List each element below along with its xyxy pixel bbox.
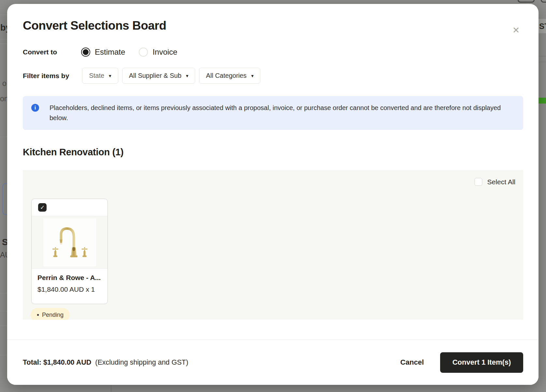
select-all-control[interactable]: Select All	[474, 178, 515, 186]
status-label: Pending	[42, 312, 64, 318]
bg-button-outline	[518, 0, 535, 3]
bg-row-divider	[0, 44, 7, 44]
total-summary: Total: $1,840.00 AUD (Excluding shipping…	[23, 358, 188, 367]
bg-row-divider	[0, 137, 7, 137]
radio-option-estimate[interactable]: Estimate	[81, 48, 125, 57]
bg-green-progress-bar	[539, 98, 546, 104]
item-product-image	[43, 218, 96, 266]
close-icon[interactable]: ✕	[510, 25, 522, 36]
categories-dropdown[interactable]: All Categories ▾	[199, 68, 260, 84]
info-banner: i Placeholders, declined items, or items…	[23, 96, 523, 130]
state-dropdown[interactable]: State ▾	[82, 68, 118, 84]
bg-column-divider	[111, 385, 111, 392]
status-badge: • Pending	[31, 308, 70, 320]
bg-row-divider	[0, 39, 7, 39]
chevron-down-icon: ▾	[109, 73, 111, 78]
item-image-area	[32, 216, 108, 269]
radio-unselected-icon	[139, 48, 148, 57]
info-banner-text: Placeholders, declined items, or items p…	[50, 103, 515, 123]
chevron-down-icon: ▾	[186, 73, 189, 78]
radio-label: Invoice	[152, 48, 177, 57]
bg-row-divider	[539, 56, 546, 56]
dropdown-value: All Supplier & Sub	[129, 72, 181, 79]
select-all-checkbox[interactable]	[474, 178, 482, 186]
item-card-header: ✓	[32, 199, 108, 216]
bg-row-divider	[0, 15, 7, 15]
bg-row-divider	[539, 62, 546, 62]
bg-row-divider	[0, 326, 7, 326]
items-panel: Select All ✓	[23, 170, 523, 320]
select-all-label: Select All	[487, 178, 515, 186]
bg-text-fragment: o	[2, 79, 7, 88]
item-price: $1,840.00 AUD x 1	[37, 286, 102, 293]
section-title: Kitchen Renovation (1)	[23, 147, 523, 158]
bg-table-header-cell: ST	[539, 19, 546, 33]
modal-title: Convert Selections Board	[23, 18, 523, 33]
dropdown-value: All Categories	[206, 72, 247, 79]
footer-actions: Cancel Convert 1 Item(s)	[400, 352, 523, 373]
chevron-down-icon: ▾	[251, 73, 254, 78]
filter-row: Filter items by State ▾ All Supplier & S…	[23, 68, 523, 84]
info-icon: i	[31, 104, 39, 112]
check-icon: ✓	[40, 204, 45, 211]
supplier-dropdown[interactable]: All Supplier & Sub ▾	[122, 68, 195, 84]
bg-row-divider	[0, 355, 7, 355]
convert-button[interactable]: Convert 1 Item(s)	[440, 352, 523, 373]
item-card[interactable]: ✓	[31, 199, 108, 304]
modal-footer: Total: $1,840.00 AUD (Excluding shipping…	[7, 340, 539, 385]
total-note: (Excluding shipping and GST)	[95, 358, 188, 366]
bg-row-divider	[0, 293, 7, 293]
item-checkbox-checked[interactable]: ✓	[38, 203, 47, 212]
item-card-text: Perrin & Rowe - A... $1,840.00 AUD x 1	[32, 269, 108, 293]
filter-label: Filter items by	[23, 72, 69, 80]
convert-to-label: Convert to	[23, 48, 57, 56]
bg-row-divider	[0, 311, 7, 311]
status-dot-icon: •	[37, 312, 39, 318]
radio-option-invoice[interactable]: Invoice	[139, 48, 177, 57]
cancel-button[interactable]: Cancel	[400, 358, 424, 367]
bg-button-outline	[541, 0, 546, 3]
faucet-illustration	[47, 221, 93, 263]
convert-selections-modal: ✕ Convert Selections Board Convert to Es…	[7, 4, 539, 385]
convert-to-row: Convert to Estimate Invoice	[23, 48, 523, 57]
bg-text-fragment: ST	[539, 22, 546, 31]
dropdown-value: State	[89, 72, 104, 79]
radio-selected-icon	[81, 48, 90, 57]
radio-label: Estimate	[95, 48, 125, 57]
item-name: Perrin & Rowe - A...	[37, 273, 102, 282]
total-amount: Total: $1,840.00 AUD	[23, 358, 91, 366]
screen: by o on S AU ST ✕ Convert Selections Boa…	[0, 0, 546, 392]
